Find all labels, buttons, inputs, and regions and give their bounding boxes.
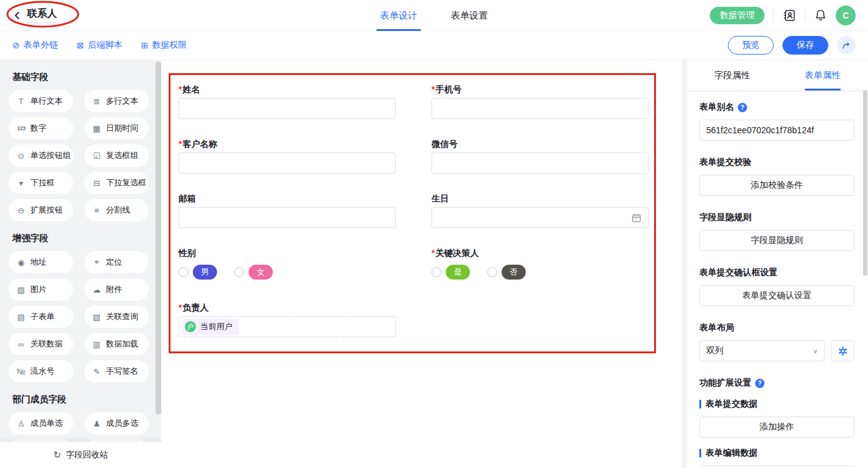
field-label: 性别 (179, 247, 396, 260)
text-input[interactable] (432, 152, 649, 174)
form-field-6[interactable]: 性别男女 (179, 247, 396, 283)
field-type-attachment[interactable]: ☁附件 (84, 278, 149, 301)
field-label: 生日 (432, 192, 649, 205)
member-tag[interactable]: 户当前用户 (182, 319, 239, 335)
contacts-book-icon[interactable] (782, 9, 796, 22)
chevron-down-icon: ∨ (813, 347, 818, 355)
data-manage-button[interactable]: 数据管理 (710, 7, 764, 24)
data-permission-icon: ⊞ (141, 40, 148, 50)
date-input[interactable]: 7 (432, 207, 649, 228)
field-type-select[interactable]: ▾下拉框 (9, 172, 73, 194)
required-asterisk: * (179, 139, 182, 149)
address-label: 地址 (30, 257, 46, 268)
user-avatar[interactable]: C (836, 6, 856, 25)
panel-tabs: 字段属性表单属性 (687, 60, 868, 91)
help-icon[interactable]: ? (755, 379, 764, 388)
divider (773, 10, 774, 21)
field-label: 微信号 (432, 138, 649, 151)
field-type-multi-line-text[interactable]: ≣多行文本 (84, 90, 149, 112)
page-title[interactable]: 联系人 (27, 7, 57, 23)
radio-option-否[interactable]: 否 (487, 265, 526, 280)
backend-script-link[interactable]: ⊠后端脚本 (77, 40, 123, 51)
form-field-7[interactable]: *关键决策人是否 (432, 247, 649, 283)
field-type-member-single[interactable]: ♙成员单选 (9, 412, 73, 435)
radio-circle[interactable] (179, 267, 188, 277)
top-header: 联系人 表单设计表单设置 数据管理 (0, 0, 868, 31)
form-field-0[interactable]: *姓名 (179, 83, 396, 119)
signature-label: 手写签名 (106, 366, 138, 377)
form-alias-input[interactable] (699, 120, 854, 141)
text-input[interactable] (179, 207, 396, 228)
member-input[interactable]: 户当前用户 (179, 316, 396, 337)
preview-button[interactable]: 预览 (728, 36, 774, 55)
form-field-8[interactable]: *负责人户当前用户 (179, 301, 396, 337)
radio-circle[interactable] (487, 267, 497, 277)
help-icon[interactable]: ? (738, 103, 747, 112)
submit-validation-button[interactable]: 添加校验条件 (699, 175, 854, 196)
panel-tab-0[interactable]: 字段属性 (687, 60, 777, 91)
text-input[interactable] (179, 98, 396, 119)
sidebar-scrollbar[interactable] (156, 61, 161, 415)
member-multi-label: 成员多选 (106, 418, 138, 429)
layout-select[interactable]: 双列∨ (699, 340, 825, 361)
field-type-datetime[interactable]: ▦日期时间 (84, 117, 149, 139)
text-input[interactable] (179, 152, 396, 174)
bell-icon[interactable] (814, 9, 827, 22)
edit-data-add-button[interactable]: 添加操作 (699, 466, 854, 468)
blue-bar (699, 449, 701, 457)
save-button[interactable]: 保存 (782, 36, 828, 55)
field-type-multi-select[interactable]: ⊟下拉复选框 (84, 172, 149, 194)
field-type-checkbox-group[interactable]: ☑复选框组 (84, 144, 149, 167)
radio-option-是[interactable]: 是 (432, 265, 470, 280)
form-canvas[interactable]: *姓名*手机号*客户名称微信号邮箱生日7性别男女*关键决策人是否*负责人户当前用… (161, 60, 682, 468)
field-type-location[interactable]: ⌖定位 (84, 251, 149, 273)
form-field-2[interactable]: *客户名称 (179, 138, 396, 174)
form-field-1[interactable]: *手机号 (432, 83, 649, 119)
recycle-label: 字段回收站 (66, 449, 108, 461)
divider-label: 分割线 (106, 205, 130, 216)
form-fields-grid: *姓名*手机号*客户名称微信号邮箱生日7性别男女*关键决策人是否*负责人户当前用… (170, 75, 654, 337)
field-type-relation-data[interactable]: ∞关联数据 (9, 333, 73, 355)
header-right: 数据管理 C (710, 6, 856, 25)
field-type-radio-group[interactable]: ⊙单选按钮组 (9, 144, 73, 167)
field-type-number[interactable]: 123数字 (9, 117, 73, 139)
field-type-address[interactable]: ◉地址 (9, 251, 73, 273)
panel-scrollbar[interactable] (863, 90, 867, 276)
field-type-serial-number[interactable]: №流水号 (9, 360, 73, 382)
back-icon[interactable] (12, 11, 22, 20)
field-type-single-line-text[interactable]: T单行文本 (9, 90, 73, 112)
radio-circle[interactable] (234, 267, 244, 277)
radio-option-男[interactable]: 男 (179, 265, 217, 280)
field-type-signature[interactable]: ✎手写签名 (84, 360, 149, 382)
field-type-relation-query[interactable]: ▧关联查询 (84, 306, 149, 328)
radio-option-女[interactable]: 女 (234, 265, 273, 280)
form-field-4[interactable]: 邮箱 (179, 192, 396, 228)
text-input[interactable] (432, 98, 649, 119)
form-field-5[interactable]: 生日7 (432, 192, 649, 228)
submit-data-add-button[interactable]: 添加操作 (699, 417, 854, 438)
field-recycle-bin[interactable]: ↻ 字段回收站 (0, 442, 161, 468)
header-tab-1[interactable]: 表单设置 (451, 0, 488, 31)
radio-circle[interactable] (432, 267, 441, 277)
required-asterisk: * (432, 84, 435, 94)
field-type-member-multi[interactable]: ♟成员多选 (84, 412, 149, 435)
header-tab-0[interactable]: 表单设计 (380, 0, 417, 31)
field-type-image[interactable]: ▨图片 (9, 278, 73, 301)
field-label: *姓名 (179, 83, 396, 96)
field-type-subform[interactable]: ▤子表单 (9, 306, 73, 328)
panel-tab-1[interactable]: 表单属性 (777, 60, 868, 91)
field-type-divider[interactable]: ≡分割线 (84, 199, 149, 221)
extension-group-edit-data: 表单编辑数据添加操作 (699, 448, 854, 468)
field-visibility-button[interactable]: 字段显隐规则 (699, 230, 854, 251)
data-permission-label: 数据权限 (152, 40, 187, 51)
field-label: 邮箱 (179, 192, 396, 205)
form-field-3[interactable]: 微信号 (432, 138, 649, 174)
layout-settings-button[interactable] (831, 340, 854, 361)
submit-confirm-button[interactable]: 表单提交确认设置 (699, 285, 854, 306)
form-external-link-link[interactable]: ⊘表单外链 (12, 40, 58, 51)
field-label: *手机号 (432, 83, 649, 96)
data-permission-link[interactable]: ⊞数据权限 (141, 40, 187, 51)
field-type-data-load[interactable]: ▥数据加载 (84, 333, 149, 355)
share-button[interactable] (837, 36, 856, 55)
field-type-extend-button[interactable]: ⊖扩展按钮 (9, 199, 73, 221)
